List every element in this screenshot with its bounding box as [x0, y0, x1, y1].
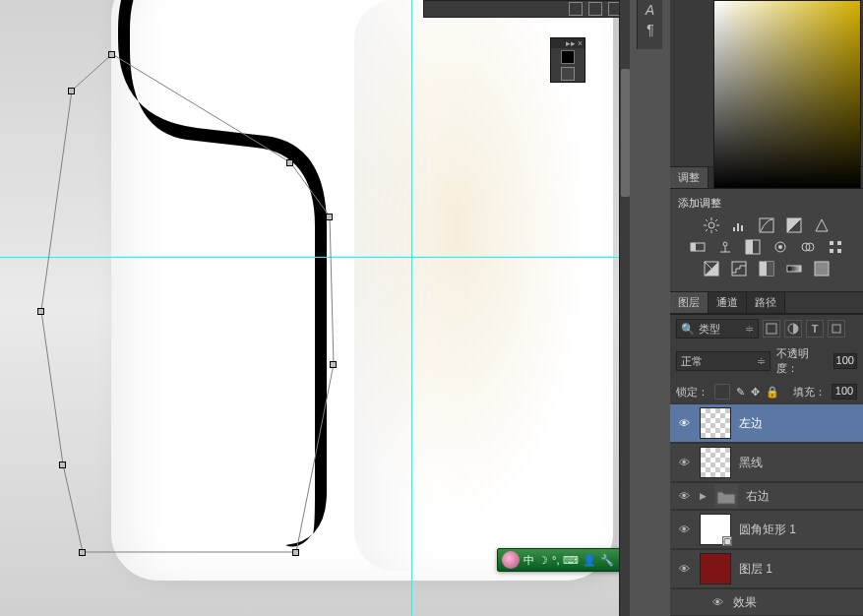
svg-rect-31 [767, 262, 773, 276]
adj-photofilter-icon[interactable] [771, 238, 789, 256]
layer-name[interactable]: 左边 [739, 415, 763, 432]
adj-invert-icon[interactable] [703, 260, 720, 277]
fill-value[interactable]: 100 [832, 384, 857, 400]
adj-channelmixer-icon[interactable] [799, 238, 817, 256]
ime-bar[interactable]: 中 ☽ °, ⌨ 👤 🔧 [497, 548, 630, 572]
tab-paths[interactable]: 路径 [747, 292, 785, 313]
svg-rect-30 [760, 262, 767, 276]
lock-position-icon[interactable]: ✥ [751, 386, 760, 399]
adj-selectivecolor-icon[interactable] [813, 260, 831, 277]
adj-hue-icon[interactable] [689, 238, 707, 256]
adj-gradientmap-icon[interactable] [785, 260, 803, 277]
layer-name[interactable]: 圆角矩形 1 [739, 522, 796, 538]
layers-blend-row: 正常 ≑ 不透明度： 100 [670, 342, 863, 380]
layers-lock-row: 锁定： ✎ ✥ 🔒 填充： 100 [670, 380, 863, 403]
collapse-icon[interactable]: ▸▸ [566, 39, 576, 48]
guide-horizontal[interactable] [0, 257, 630, 258]
layer-row[interactable]: 👁 图层 1 [670, 549, 863, 588]
visibility-icon[interactable]: 👁 [709, 596, 725, 608]
transform-handle[interactable] [68, 88, 75, 94]
adjust-title: 添加调整 [678, 196, 855, 211]
adj-colorlookup-icon[interactable] [827, 238, 844, 256]
transform-handle[interactable] [330, 361, 337, 368]
adj-posterize-icon[interactable] [730, 260, 748, 277]
visibility-icon[interactable]: 👁 [676, 563, 692, 575]
type-panel-collapsed[interactable]: A ¶ [637, 0, 662, 49]
layer-name[interactable]: 图层 1 [739, 561, 772, 578]
tab-channels[interactable]: 通道 [709, 292, 747, 313]
chevron-down-icon: ≑ [757, 355, 766, 368]
layer-thumb[interactable] [700, 553, 731, 585]
svg-rect-11 [741, 225, 743, 231]
transform-handle[interactable] [108, 51, 115, 58]
layer-name[interactable]: 黑线 [739, 455, 763, 471]
transform-handle[interactable] [326, 214, 333, 220]
adj-threshold-icon[interactable] [758, 260, 775, 277]
opacity-value[interactable]: 100 [833, 353, 857, 369]
layers-list: 👁 左边 👁 黑线 👁 ▶ 右边 👁 ▢ 圆角矩形 1 [670, 403, 863, 616]
layer-row[interactable]: 👁 左边 [670, 403, 863, 443]
layer-row[interactable]: 👁 黑线 [670, 443, 863, 482]
svg-rect-23 [830, 241, 833, 245]
fill-label: 填充： [793, 385, 826, 400]
visibility-icon[interactable]: 👁 [676, 457, 692, 468]
transform-handle[interactable] [292, 549, 299, 556]
color-swatch[interactable] [561, 50, 575, 64]
adj-colorbalance-icon[interactable] [716, 238, 734, 256]
option-icon[interactable] [588, 2, 602, 16]
disclosure-triangle-icon[interactable]: ▶ [700, 491, 707, 501]
tab-layers[interactable]: 图层 [670, 292, 709, 313]
transform-handle[interactable] [79, 549, 86, 556]
option-icon[interactable] [569, 2, 583, 16]
opacity-label: 不透明度： [776, 346, 827, 376]
adj-bw-icon[interactable] [744, 238, 762, 256]
visibility-icon[interactable]: 👁 [676, 490, 692, 502]
transform-handle[interactable] [286, 159, 293, 166]
lock-transparent-icon[interactable] [714, 384, 730, 400]
filter-pixel-icon[interactable] [763, 320, 780, 338]
adj-brightness-icon[interactable] [703, 216, 720, 234]
filter-adjust-icon[interactable] [784, 320, 802, 338]
layer-effects-row[interactable]: 👁 效果 [670, 588, 863, 616]
ime-keyboard-icon[interactable]: ⌨ [563, 554, 579, 567]
close-icon[interactable]: × [578, 39, 583, 48]
svg-point-16 [723, 242, 727, 246]
lock-image-icon[interactable]: ✎ [736, 386, 745, 399]
layer-filter-kind[interactable]: 🔍 类型 ≑ [676, 319, 759, 339]
svg-rect-32 [787, 266, 801, 272]
ime-punct-icon[interactable]: °, [552, 554, 559, 566]
ime-lang[interactable]: 中 [524, 553, 534, 568]
lock-all-icon[interactable]: 🔒 [766, 386, 779, 399]
layer-thumb[interactable] [700, 407, 731, 439]
ime-user-icon[interactable]: 👤 [583, 554, 596, 567]
character-icon[interactable]: A [646, 2, 654, 18]
layer-name[interactable]: 右边 [746, 488, 770, 505]
adjustments-panel: 添加调整 [670, 188, 863, 291]
tab-adjustments[interactable]: 调整 [670, 167, 709, 188]
layer-row[interactable]: 👁 ▢ 圆角矩形 1 [670, 510, 863, 549]
visibility-icon[interactable]: 👁 [676, 417, 692, 429]
svg-rect-26 [837, 249, 841, 253]
color-field[interactable] [713, 0, 861, 189]
canvas-scrollbar[interactable] [619, 0, 630, 616]
layer-thumb[interactable]: ▢ [700, 514, 731, 545]
adj-levels-icon[interactable] [730, 216, 748, 234]
filter-shape-icon[interactable] [828, 320, 845, 338]
paragraph-icon[interactable]: ¶ [647, 22, 654, 37]
canvas-area[interactable]: ▸▸× 中 ☽ °, ⌨ 👤 🔧 [0, 0, 630, 616]
transform-handle[interactable] [37, 308, 44, 315]
filter-type-icon[interactable]: T [806, 320, 824, 338]
layer-group-row[interactable]: 👁 ▶ 右边 [670, 482, 863, 510]
ime-moon-icon[interactable]: ☽ [538, 554, 548, 567]
layer-thumb[interactable] [700, 447, 731, 478]
tool-icon[interactable] [561, 67, 575, 81]
adj-curves-icon[interactable] [758, 216, 775, 234]
blend-mode-select[interactable]: 正常 ≑ [676, 351, 771, 371]
transform-handle[interactable] [59, 462, 66, 468]
adj-vibrance-icon[interactable] [813, 216, 831, 234]
ime-tool-icon[interactable]: 🔧 [600, 554, 614, 567]
visibility-icon[interactable]: 👁 [676, 524, 692, 535]
adj-exposure-icon[interactable] [785, 216, 803, 234]
scrollbar-thumb[interactable] [621, 69, 630, 197]
guide-vertical[interactable] [411, 0, 412, 616]
